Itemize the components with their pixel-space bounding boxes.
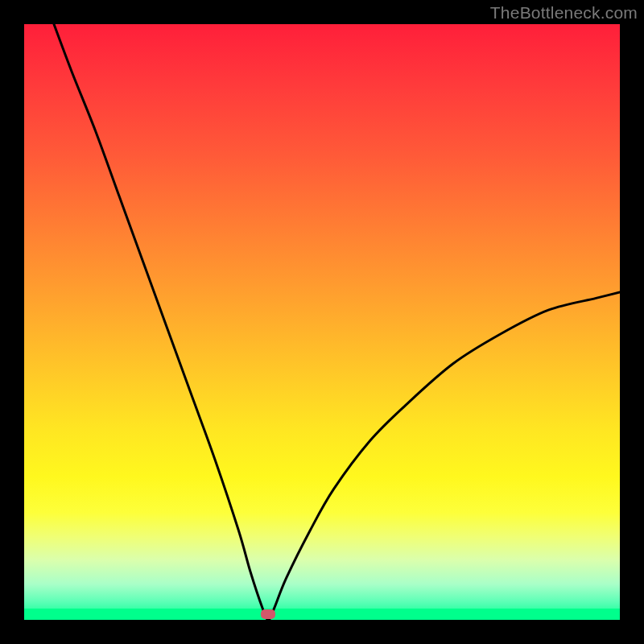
bottleneck-curve bbox=[54, 24, 620, 620]
chart-frame: TheBottleneck.com bbox=[0, 0, 644, 644]
minimum-marker bbox=[261, 609, 275, 619]
curve-svg bbox=[24, 24, 620, 620]
watermark-text: TheBottleneck.com bbox=[490, 3, 638, 23]
plot-area bbox=[24, 24, 620, 620]
